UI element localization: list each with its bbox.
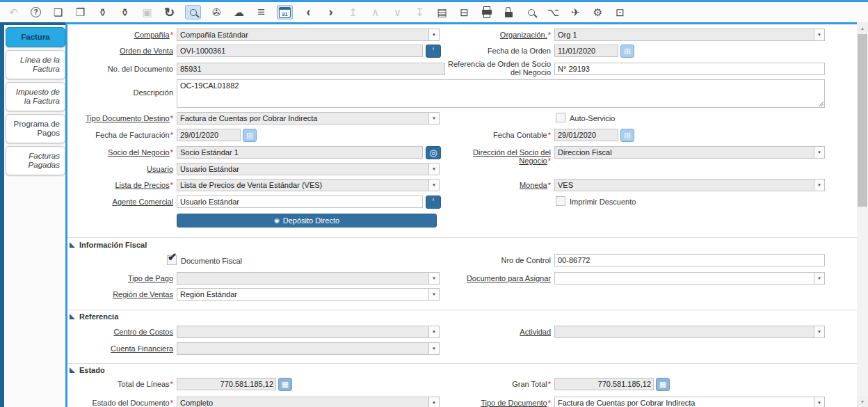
chevron-down-icon[interactable]: ▼ (428, 273, 439, 284)
chevron-down-icon[interactable]: ▼ (814, 179, 824, 191)
send-icon[interactable]: ✈ (569, 5, 582, 19)
region-ventas-field[interactable]: Región Estándar▼ (177, 288, 440, 301)
fecha-orden-label: Fecha de la Orden (447, 47, 551, 55)
documento-asignar-field[interactable]: ▼ (554, 272, 825, 285)
orden-venta-zoom-button[interactable]: ʻ (426, 45, 441, 58)
chevron-down-icon[interactable]: ▼ (428, 326, 439, 337)
previous-record-icon[interactable]: ∧ (369, 5, 382, 19)
calendar-icon[interactable]: 31 (277, 5, 293, 19)
socio-negocio-info-button[interactable]: ◎ (426, 146, 441, 159)
nro-control-field[interactable]: 00-86772 (554, 254, 825, 266)
tab-impuesto-de-la-factura[interactable]: Impuesto de la Factura (6, 82, 65, 111)
chevron-down-icon[interactable]: ▼ (814, 147, 824, 158)
attachment-icon[interactable]: ✇ (210, 5, 223, 19)
fecha-contable-field[interactable]: 29/01/2020 (554, 129, 618, 141)
tipo-doc-destino-field[interactable]: Factura de Cuentas por Cobrar Indirecta▼ (177, 112, 440, 125)
orden-venta-field[interactable]: OVI-1000361 (177, 45, 423, 57)
deposito-directo-button[interactable]: ◉Depósito Directo (177, 214, 437, 228)
calculator-icon[interactable]: ▦ (278, 378, 292, 391)
no-documento-field[interactable]: 85931 (177, 63, 445, 75)
fecha-facturacion-field[interactable]: 29/01/2020 (177, 129, 241, 141)
tab-linea-de-la-factura[interactable]: Línea de la Factura (6, 50, 65, 79)
section-header-estado[interactable]: Estado (70, 366, 105, 374)
chevron-down-icon[interactable]: ▼ (814, 397, 824, 407)
auto-servicio-checkbox[interactable] (556, 113, 565, 122)
usuario-field[interactable]: Usuario Estándar▼ (177, 163, 440, 175)
chevron-down-icon[interactable]: ▼ (428, 397, 439, 407)
organizacion-field[interactable]: Org 1▼ (554, 29, 825, 41)
settings-icon[interactable]: ⚙ (591, 5, 604, 19)
estado-documento-field[interactable]: Completo▼ (177, 397, 440, 407)
log-icon[interactable]: ⊡ (613, 5, 627, 19)
gran-total-field[interactable]: 770.581.185,12 (554, 378, 654, 390)
chat-icon[interactable]: ☁ (232, 5, 246, 19)
scrollbar-thumb[interactable] (858, 34, 867, 207)
chevron-down-icon[interactable]: ▼ (814, 326, 824, 337)
delete-selection-icon[interactable]: ⚱ (118, 5, 131, 19)
chevron-down-icon[interactable]: ▼ (428, 163, 439, 175)
centro-costos-field[interactable]: ▼ (177, 326, 440, 338)
zoom-across-icon[interactable] (524, 5, 538, 19)
moneda-field[interactable]: VES▼ (554, 179, 825, 191)
direccion-socio-field[interactable]: Direccion Fiscal▼ (554, 146, 825, 159)
vertical-scrollbar[interactable]: ▲ ▼ (857, 22, 868, 407)
lock-icon[interactable] (502, 5, 515, 19)
save-icon[interactable]: ▣ (140, 5, 154, 19)
find-icon[interactable] (185, 5, 201, 19)
fecha-orden-field[interactable]: 11/01/2020 (554, 45, 618, 57)
cuenta-financiera-field[interactable]: ▼ (177, 342, 440, 355)
deposit-icon: ◉ (274, 217, 280, 224)
help-icon[interactable]: ? (29, 5, 42, 19)
agente-comercial-field[interactable]: Usuario Estándar (177, 195, 423, 208)
direccion-socio-label: Dirección del Socio del Negocio* (447, 148, 551, 165)
chevron-down-icon[interactable]: ▼ (814, 273, 824, 284)
first-record-icon[interactable]: ↥ (346, 5, 360, 19)
archive-icon[interactable]: ⊟ (458, 5, 471, 19)
scroll-up-icon[interactable]: ▲ (857, 22, 868, 33)
tab-facturas-pagadas[interactable]: Facturas Pagadas (6, 146, 65, 175)
copy-record-icon[interactable]: ❐ (74, 5, 87, 19)
delete-record-icon[interactable]: ⚱ (96, 5, 109, 19)
lista-precios-label: Lista de Precios* (69, 181, 173, 189)
descripcion-label: Descripción (69, 88, 173, 97)
chevron-down-icon[interactable]: ▼ (428, 179, 439, 191)
calendar-picker-icon[interactable]: ⊞ (243, 129, 257, 142)
imprimir-descuento-checkbox[interactable] (556, 196, 565, 206)
chevron-down-icon[interactable]: ▼ (428, 289, 439, 300)
calculator-icon[interactable]: ▦ (656, 378, 670, 391)
tab-programa-de-pagos[interactable]: Programa de Pagos (6, 114, 65, 143)
chevron-down-icon[interactable]: ▼ (428, 343, 439, 354)
calendar-picker-icon[interactable]: ⊞ (620, 45, 634, 58)
compania-field[interactable]: Compañía Estándar▼ (177, 29, 440, 41)
chevron-down-icon[interactable]: ▼ (428, 29, 439, 40)
chevron-down-icon[interactable]: ▼ (814, 29, 824, 40)
descripcion-textarea[interactable]: OC-19CAL01882 (177, 79, 825, 108)
agente-comercial-zoom-button[interactable]: ʻ (426, 195, 441, 209)
lista-precios-field[interactable]: Lista de Precios de Venta Estándar (VES)… (177, 179, 440, 191)
print-icon[interactable] (480, 5, 493, 19)
back-icon[interactable]: ‹ (302, 5, 315, 19)
last-record-icon[interactable]: ↧ (413, 5, 426, 19)
chevron-down-icon[interactable]: ▼ (428, 113, 439, 124)
forward-icon[interactable]: › (324, 5, 337, 19)
report-icon[interactable]: ▤ (435, 5, 449, 19)
workflow-icon[interactable]: ⌥ (547, 5, 560, 19)
scroll-down-icon[interactable]: ▼ (857, 396, 868, 407)
refresh-icon[interactable]: ↻ (163, 5, 176, 19)
menu-icon[interactable]: ≡ (255, 5, 268, 19)
tab-factura[interactable]: Factura (6, 27, 65, 47)
ref-orden-socio-field[interactable]: N° 29193 (554, 63, 825, 75)
documento-fiscal-checkbox[interactable]: ✔ (167, 255, 177, 265)
actividad-field[interactable]: ▼ (554, 326, 825, 338)
section-header-informacion-fiscal[interactable]: Información Fiscal (70, 241, 147, 249)
tipo-pago-field[interactable]: ▼ (177, 272, 440, 285)
next-record-icon[interactable]: ∨ (391, 5, 404, 19)
socio-negocio-field[interactable]: Socio Estándar 1 (177, 146, 423, 159)
calendar-picker-icon[interactable]: ⊞ (620, 129, 634, 142)
total-lineas-field[interactable]: 770.581.185,12 (177, 378, 276, 390)
undo-icon[interactable]: ↶ (7, 5, 20, 19)
tipo-documento-label: Tipo de Documento* (447, 399, 551, 407)
new-record-icon[interactable]: ❏ (51, 5, 65, 19)
section-header-referencia[interactable]: Referencia (70, 312, 118, 321)
tipo-documento-field[interactable]: Factura de Cuentas por Cobrar Indirecta▼ (554, 397, 825, 407)
